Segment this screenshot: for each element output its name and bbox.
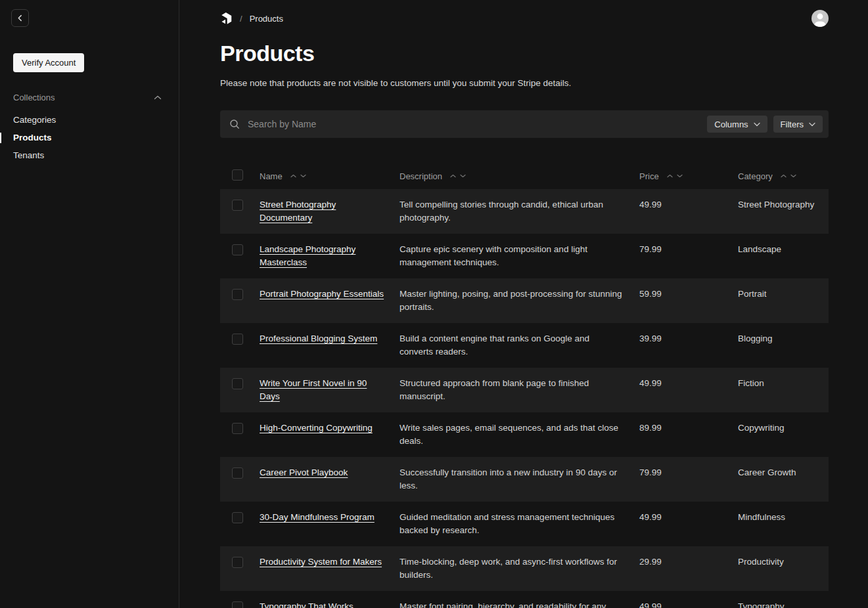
product-name-link[interactable]: 30-Day Mindfulness Program [260, 512, 375, 522]
column-header-description: Description [400, 163, 639, 189]
table-header-row: Name Description [220, 163, 829, 189]
product-price: 49.99 [639, 189, 738, 234]
payload-logo-icon[interactable] [220, 12, 233, 26]
verify-account-button[interactable]: Verify Account [13, 53, 84, 72]
row-checkbox[interactable] [232, 289, 243, 300]
chevron-down-icon [754, 122, 760, 127]
product-name-link[interactable]: Productivity System for Makers [260, 557, 382, 567]
breadcrumb-current: Products [250, 14, 283, 24]
sidebar: Verify Account Collections CategoriesPro… [0, 0, 179, 608]
main-content: / Products Products Please note that pro… [179, 0, 868, 608]
search-input[interactable] [248, 110, 707, 138]
product-category: Productivity [738, 546, 829, 591]
product-price: 39.99 [639, 323, 738, 368]
product-description: Time-blocking, deep work, and async-firs… [400, 546, 639, 591]
product-category: Typography [738, 591, 829, 608]
row-checkbox[interactable] [232, 512, 243, 523]
product-description: Structured approach from blank page to f… [400, 368, 639, 412]
columns-button[interactable]: Columns [707, 116, 767, 133]
table-row: 30-Day Mindfulness Program Guided medita… [220, 502, 829, 546]
breadcrumb-separator: / [240, 14, 242, 24]
collections-group-label: Collections [13, 93, 55, 102]
column-header-price: Price [639, 163, 738, 189]
row-checkbox[interactable] [232, 557, 243, 568]
product-category: Mindfulness [738, 502, 829, 546]
table-row: Career Pivot Playbook Successfully trans… [220, 457, 829, 502]
column-label-category: Category [738, 171, 773, 181]
sort-desc-icon[interactable] [300, 174, 306, 178]
table-row: Write Your First Novel in 90 Days Struct… [220, 368, 829, 412]
product-price: 79.99 [639, 234, 738, 278]
product-name-link[interactable]: Landscape Photography Masterclass [260, 244, 355, 267]
collections-collapse-toggle[interactable] [152, 94, 163, 102]
product-name-link[interactable]: High-Converting Copywriting [260, 423, 373, 433]
column-label-description: Description [400, 171, 442, 181]
filters-button-label: Filters [781, 119, 804, 129]
sidebar-item-tenants[interactable]: Tenants [0, 146, 179, 164]
column-label-price: Price [639, 171, 659, 181]
sort-desc-icon[interactable] [677, 174, 683, 178]
sort-asc-icon[interactable] [667, 174, 673, 178]
product-price: 49.99 [639, 502, 738, 546]
collapse-sidebar-button[interactable] [11, 9, 29, 27]
row-checkbox[interactable] [232, 244, 243, 255]
row-checkbox[interactable] [232, 378, 243, 389]
search-bar: Columns Filters [220, 110, 829, 138]
product-category: Street Photography [738, 189, 829, 234]
sort-desc-icon[interactable] [790, 174, 796, 178]
select-all-checkbox[interactable] [232, 169, 243, 181]
products-table: Name Description [220, 163, 829, 608]
product-description: Tell compelling stories through candid, … [400, 189, 639, 234]
table-row: Typography That Works Master font pairin… [220, 591, 829, 608]
column-header-category: Category [738, 163, 829, 189]
person-silhouette-icon [811, 10, 829, 27]
row-checkbox[interactable] [232, 423, 243, 434]
table-row: High-Converting Copywriting Write sales … [220, 412, 829, 457]
sort-asc-icon[interactable] [450, 174, 456, 178]
table-row: Street Photography Documentary Tell comp… [220, 189, 829, 234]
table-row: Landscape Photography Masterclass Captur… [220, 234, 829, 278]
chevron-down-icon [809, 122, 815, 127]
sort-desc-icon[interactable] [460, 174, 466, 178]
sort-asc-icon[interactable] [290, 174, 296, 178]
product-description: Guided meditation and stress management … [400, 502, 639, 546]
product-price: 79.99 [639, 457, 738, 502]
account-avatar[interactable] [811, 10, 829, 27]
product-name-link[interactable]: Professional Blogging System [260, 334, 377, 343]
table-row: Professional Blogging System Build a con… [220, 323, 829, 368]
row-checkbox[interactable] [232, 334, 243, 345]
columns-button-label: Columns [714, 119, 748, 129]
chevron-left-icon [16, 14, 24, 22]
row-checkbox[interactable] [232, 200, 243, 211]
product-name-link[interactable]: Portrait Photography Essentials [260, 289, 384, 299]
product-category: Career Growth [738, 457, 829, 502]
product-description: Write sales pages, email sequences, and … [400, 412, 639, 457]
sidebar-item-products[interactable]: Products [0, 129, 179, 146]
chevron-up-icon [154, 95, 162, 100]
product-price: 49.99 [639, 368, 738, 412]
product-category: Fiction [738, 368, 829, 412]
column-label-name: Name [260, 171, 283, 181]
sidebar-item-categories[interactable]: Categories [0, 111, 179, 129]
row-checkbox[interactable] [232, 601, 243, 608]
stripe-notice: Please note that products are not visibl… [220, 77, 829, 89]
product-description: Master font pairing, hierarchy, and read… [400, 591, 639, 608]
sort-asc-icon[interactable] [781, 174, 787, 178]
product-category: Copywriting [738, 412, 829, 457]
product-name-link[interactable]: Career Pivot Playbook [260, 467, 348, 477]
filters-button[interactable]: Filters [773, 116, 823, 133]
toolbar-buttons: Columns Filters [707, 116, 823, 133]
collections-group-header: Collections [13, 93, 163, 102]
product-name-link[interactable]: Write Your First Novel in 90 Days [260, 378, 367, 401]
product-name-link[interactable]: Typography That Works [260, 601, 354, 608]
product-price: 29.99 [639, 546, 738, 591]
row-checkbox[interactable] [232, 467, 243, 479]
product-category: Blogging [738, 323, 829, 368]
column-header-name: Name [260, 163, 400, 189]
product-name-link[interactable]: Street Photography Documentary [260, 200, 336, 223]
topbar: / Products [220, 0, 829, 27]
breadcrumb: / Products [220, 12, 283, 26]
table-row: Productivity System for Makers Time-bloc… [220, 546, 829, 591]
page-title: Products [220, 41, 829, 66]
product-price: 49.99 [639, 591, 738, 608]
